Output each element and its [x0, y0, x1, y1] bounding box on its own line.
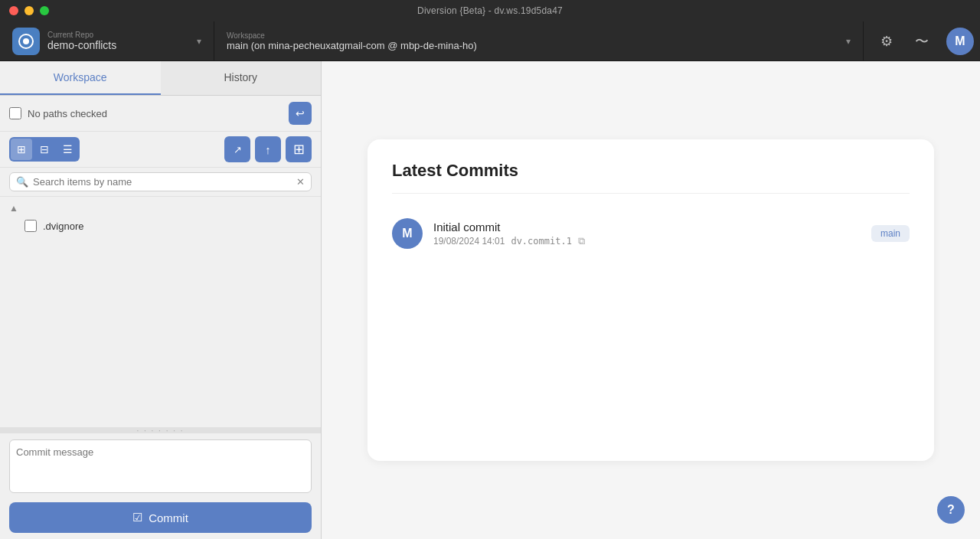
search-input[interactable]	[33, 176, 292, 188]
commit-checkbox-icon: ☑	[132, 511, 142, 524]
search-icon: 🔍	[16, 176, 28, 188]
repo-selector[interactable]: Current Repo demo-conflicts ▾	[0, 21, 214, 60]
resize-handle[interactable]: · · · · · · ·	[0, 427, 321, 433]
help-button[interactable]: ?	[937, 496, 965, 524]
analytics-button[interactable]: 〜	[905, 24, 939, 58]
header-actions: ⚙ 〜 M	[864, 21, 980, 60]
tab-history[interactable]: History	[161, 61, 322, 95]
commit-area: ☑ Commit	[0, 433, 321, 539]
toolbar-row: ⊞ ⊟ ☰ ↗ ↑ ⊞	[0, 132, 321, 168]
search-clear-button[interactable]: ✕	[296, 176, 305, 188]
repo-label: Current Repo	[47, 31, 189, 39]
commit-message-input[interactable]	[9, 439, 312, 493]
settings-button[interactable]: ⚙	[870, 24, 903, 58]
tab-workspace[interactable]: Workspace	[0, 61, 161, 95]
sidebar: Workspace History No paths checked ↩ ⊞ ⊟…	[0, 61, 322, 539]
app-logo	[12, 28, 40, 55]
file-group-header: ▲	[0, 200, 321, 217]
header-bar: Current Repo demo-conflicts ▾ Workspace …	[0, 21, 980, 61]
minimize-button[interactable]	[24, 6, 34, 15]
file-list: ▲ .dvignore	[0, 197, 321, 427]
repo-chevron-icon: ▾	[197, 36, 201, 47]
commits-card-title: Latest Commits	[392, 161, 910, 194]
workspace-info: Workspace main (on mina-pecheuxatgmail-c…	[227, 31, 838, 51]
repo-name: demo-conflicts	[47, 39, 189, 51]
svg-point-1	[23, 38, 29, 44]
commit-branch-badge: main	[871, 225, 910, 242]
commit-details: Initial commit 19/08/2024 14:01 dv.commi…	[433, 220, 861, 247]
workspace-branch: main (on mina-pecheuxatgmail-com @ mbp-d…	[227, 40, 838, 51]
paths-label: No paths checked	[28, 108, 283, 119]
traffic-lights	[9, 6, 49, 15]
commit-avatar: M	[392, 218, 423, 249]
file-name: .dvignore	[43, 220, 83, 232]
main-content: Workspace History No paths checked ↩ ⊞ ⊟…	[0, 61, 980, 539]
add-button[interactable]: ⊞	[286, 136, 312, 162]
workspace-label: Workspace	[227, 31, 838, 40]
commit-item: M Initial commit 19/08/2024 14:01 dv.com…	[392, 209, 910, 258]
select-all-checkbox[interactable]	[9, 107, 21, 119]
workspace-chevron-icon: ▾	[846, 36, 851, 47]
right-panel: Latest Commits M Initial commit 19/08/20…	[322, 61, 980, 539]
search-container: 🔍 ✕	[9, 172, 312, 191]
copy-hash-icon[interactable]: ⧉	[578, 235, 585, 247]
commit-button-label: Commit	[149, 511, 188, 524]
commit-meta: 19/08/2024 14:01 dv.commit.1 ⧉	[433, 235, 861, 247]
commits-card: Latest Commits M Initial commit 19/08/20…	[368, 139, 934, 461]
list-item: .dvignore	[0, 217, 321, 235]
workspace-selector[interactable]: Workspace main (on mina-pecheuxatgmail-c…	[214, 21, 864, 60]
commit-date: 19/08/2024 14:01	[433, 236, 505, 247]
commit-button[interactable]: ☑ Commit	[9, 502, 312, 533]
list-view-button[interactable]: ☰	[57, 139, 78, 160]
search-row: 🔍 ✕	[0, 168, 321, 197]
discard-button[interactable]: ↩	[289, 102, 312, 125]
commit-title: Initial commit	[433, 220, 861, 234]
file-checkbox[interactable]	[24, 220, 37, 232]
repo-info: Current Repo demo-conflicts	[47, 31, 189, 51]
sidebar-tabs: Workspace History	[0, 61, 321, 96]
window-title: Diversion {Beta} - dv.ws.19d5da47	[417, 5, 563, 16]
push-button[interactable]: ↑	[255, 136, 281, 162]
collapse-icon[interactable]: ▲	[9, 203, 18, 214]
open-external-button[interactable]: ↗	[224, 136, 250, 162]
tree-view-button[interactable]: ⊟	[34, 139, 55, 160]
view-toggle-group: ⊞ ⊟ ☰	[9, 137, 80, 162]
close-button[interactable]	[9, 6, 18, 15]
grid-view-button[interactable]: ⊞	[11, 139, 32, 160]
maximize-button[interactable]	[40, 6, 49, 15]
title-bar: Diversion {Beta} - dv.ws.19d5da47	[0, 0, 980, 21]
user-avatar[interactable]: M	[946, 28, 974, 55]
commit-hash: dv.commit.1	[511, 236, 571, 247]
paths-row: No paths checked ↩	[0, 96, 321, 132]
